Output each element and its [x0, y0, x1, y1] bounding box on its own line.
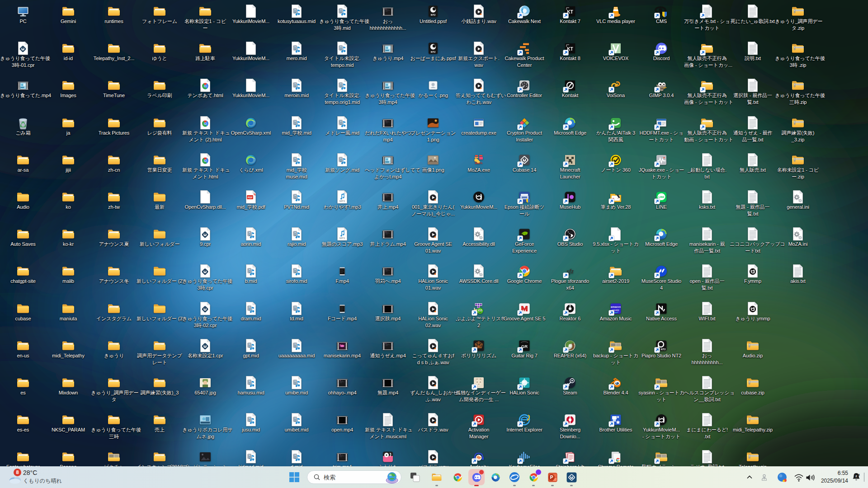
svg-text:P: P [550, 475, 553, 480]
svg-text:z: z [858, 473, 860, 477]
svg-text:z: z [855, 474, 857, 478]
